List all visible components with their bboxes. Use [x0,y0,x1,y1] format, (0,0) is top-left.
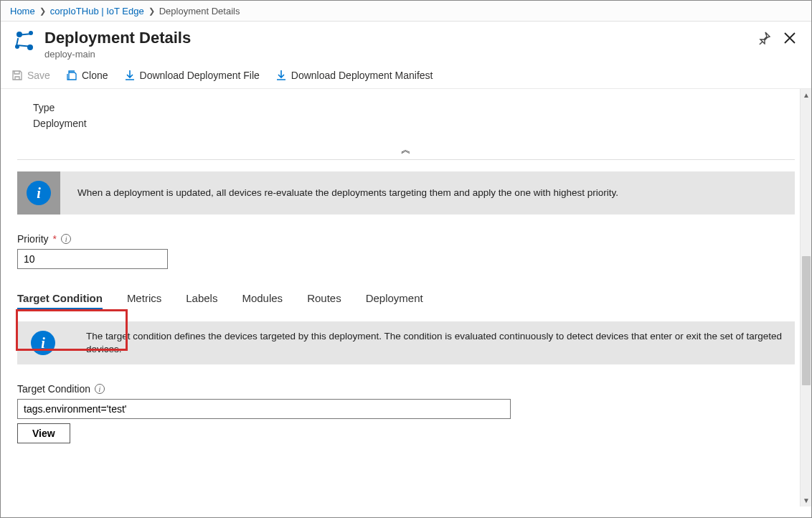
close-icon[interactable] [783,32,796,44]
priority-info-banner: i When a deployment is updated, all devi… [17,171,795,215]
tab-modules[interactable]: Modules [242,288,283,309]
view-button[interactable]: View [17,423,70,443]
page-title: Deployment Details [44,29,191,47]
collapse-toggle[interactable]: ︽ [17,143,795,156]
chevron-right-icon: ❯ [39,6,46,16]
type-label: Type [33,102,795,113]
chevron-right-icon: ❯ [148,6,155,16]
info-icon: i [17,171,60,215]
type-field: Type Deployment [33,102,795,129]
scroll-down-icon[interactable]: ▼ [801,494,812,507]
download-manifest-label: Download Deployment Manifest [291,70,433,81]
page-subtitle: deploy-main [44,49,191,60]
save-button[interactable]: Save [11,70,50,81]
clone-label: Clone [82,70,108,81]
breadcrumb-home[interactable]: Home [10,6,35,17]
priority-info-text: When a deployment is updated, all device… [77,179,795,207]
clone-button[interactable]: Clone [66,70,108,81]
download-file-button[interactable]: Download Deployment File [124,70,260,81]
title-bar: Deployment Details deploy-main [0,22,812,65]
download-file-label: Download Deployment File [140,70,260,81]
breadcrumb: Home ❯ corpIoTHub | IoT Edge ❯ Deploymen… [0,0,812,22]
scroll-up-icon[interactable]: ▲ [801,89,812,101]
info-hint-icon[interactable]: i [95,384,105,394]
target-condition-label: Target Condition [17,383,90,395]
tab-bar: Target Condition Metrics Labels Modules … [17,288,795,309]
command-bar: Save Clone Download Deployment File Down… [0,65,812,89]
tab-routes[interactable]: Routes [307,288,341,309]
info-icon: i [17,321,69,364]
tab-target-condition[interactable]: Target Condition [17,288,103,309]
required-marker: * [53,233,57,245]
type-value: Deployment [33,118,795,129]
target-info-banner: i The target condition defines the devic… [17,321,795,364]
vertical-scrollbar[interactable]: ▲ ▼ [800,89,812,507]
priority-label: Priority [17,233,49,245]
pin-icon[interactable] [757,32,770,44]
content-area: Type Deployment ︽ i When a deployment is… [0,89,812,507]
tab-metrics[interactable]: Metrics [127,288,161,309]
target-info-text: The target condition defines the devices… [86,323,795,364]
priority-field: Priority * i [17,233,795,269]
scroll-thumb[interactable] [802,256,811,385]
svg-rect-6 [19,44,30,47]
tab-labels[interactable]: Labels [186,288,217,309]
download-manifest-button[interactable]: Download Deployment Manifest [275,70,433,81]
breadcrumb-parent[interactable]: corpIoTHub | IoT Edge [50,6,144,17]
target-condition-field: Target Condition i View [17,383,795,443]
deployment-icon [11,29,36,55]
breadcrumb-current: Deployment Details [159,6,240,17]
target-condition-input[interactable] [17,399,511,419]
tab-deployment[interactable]: Deployment [366,288,423,309]
svg-point-3 [27,44,33,50]
save-label: Save [27,70,50,81]
info-hint-icon[interactable]: i [61,234,71,244]
divider [17,159,795,160]
priority-input[interactable] [17,249,168,269]
